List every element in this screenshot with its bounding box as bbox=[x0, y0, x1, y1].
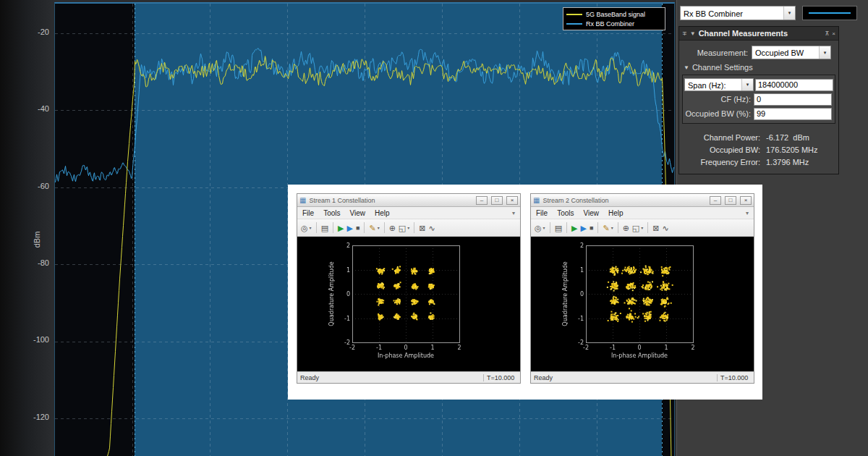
channel-settings-title: Channel Settings bbox=[692, 63, 753, 72]
caret-icon[interactable]: ▾ bbox=[543, 225, 545, 230]
play-icon[interactable]: ▶ bbox=[338, 223, 344, 233]
measurement-select[interactable]: Occupied BW ▾ bbox=[752, 46, 831, 59]
result-row: Occupied BW: 176.5205 MHz bbox=[679, 143, 838, 156]
legend-icon[interactable]: ⊠ bbox=[652, 223, 659, 233]
trace-color-swatch bbox=[802, 6, 857, 20]
legend-label-yellow: 5G BaseBand signal bbox=[586, 11, 645, 18]
dock-icon[interactable]: ▾ bbox=[746, 210, 749, 216]
pan-icon[interactable]: ◱ bbox=[632, 223, 639, 233]
style-icon[interactable]: ✎ bbox=[603, 223, 609, 233]
setting-row-cf: CF (Hz): 0 bbox=[684, 92, 833, 106]
window-title: Stream 2 Constellation bbox=[542, 197, 706, 204]
menu-file[interactable]: File bbox=[536, 209, 548, 217]
section-collapse-icon[interactable]: ▼ bbox=[684, 64, 689, 71]
legend-swatch-yellow bbox=[566, 14, 582, 15]
menu-tools[interactable]: Tools bbox=[323, 209, 340, 217]
dock-icon[interactable]: ▾ bbox=[512, 210, 515, 216]
stop-icon[interactable]: ■ bbox=[590, 223, 593, 233]
result-row: Frequency Error: 1.3796 MHz bbox=[679, 156, 838, 168]
caret-icon[interactable]: ▾ bbox=[407, 225, 409, 230]
maximize-button[interactable]: □ bbox=[725, 196, 736, 205]
y-tick-120: -120 bbox=[0, 413, 49, 421]
sim-time: T=10.000 bbox=[483, 374, 520, 381]
frequency-error-value: 1.3796 MHz bbox=[760, 158, 809, 166]
obw-percent-label: Occupied BW (%): bbox=[684, 109, 754, 118]
cf-field[interactable]: 0 bbox=[754, 93, 832, 106]
channel-settings-header[interactable]: ▼ Channel Settings bbox=[684, 63, 834, 72]
channel-power-label: Channel Power: bbox=[679, 133, 760, 142]
stream2-constellation-window: ▦ Stream 2 Constellation – □ × File Tool… bbox=[530, 193, 754, 384]
rollup-icon[interactable]: ⊼ bbox=[825, 30, 829, 37]
toolbar: ◎▾ ▤ ▶ ▶ ■ ✎▾ ⊕ ◱▾ ⊠ ∿ bbox=[297, 219, 520, 237]
menu-view[interactable]: View bbox=[583, 209, 599, 217]
toolbar-separator bbox=[618, 222, 618, 233]
signal-icon[interactable]: ∿ bbox=[429, 223, 435, 233]
obw-percent-field[interactable]: 99 bbox=[754, 108, 832, 120]
span-mode-value: Span (Hz): bbox=[685, 79, 741, 90]
cf-label: CF (Hz): bbox=[684, 95, 754, 104]
legend-row: 5G BaseBand signal bbox=[566, 9, 662, 19]
status-bar: Ready T=10.000 bbox=[531, 371, 754, 383]
menu-view[interactable]: View bbox=[349, 209, 365, 217]
sim-time: T=10.000 bbox=[717, 374, 754, 381]
span-mode-select[interactable]: Span (Hz): ▾ bbox=[684, 78, 754, 91]
pan-icon[interactable]: ◱ bbox=[399, 223, 406, 233]
span-field[interactable]: 184000000 bbox=[755, 79, 833, 91]
step-forward-icon[interactable]: ▶ bbox=[581, 223, 587, 233]
menu-file[interactable]: File bbox=[302, 209, 314, 217]
maximize-button[interactable]: □ bbox=[491, 196, 503, 205]
scope-icon: ▦ bbox=[533, 197, 540, 204]
minimize-button[interactable]: – bbox=[476, 196, 488, 205]
toolbar-separator bbox=[333, 222, 333, 233]
caret-icon[interactable]: ▾ bbox=[641, 225, 643, 230]
zoom-icon[interactable]: ⊕ bbox=[389, 223, 396, 233]
measurement-label: Measurement: bbox=[682, 48, 752, 57]
measurement-row: Measurement: Occupied BW ▾ bbox=[682, 46, 835, 59]
menu-tools[interactable]: Tools bbox=[557, 209, 574, 217]
legend-swatch-blue bbox=[566, 23, 582, 25]
snapshot-icon[interactable]: ◎ bbox=[535, 223, 542, 233]
pin-icon[interactable]: ∓ bbox=[682, 30, 687, 37]
menu-bar: File Tools View Help ▾ bbox=[531, 207, 754, 219]
y-tick-100: -100 bbox=[0, 335, 49, 344]
chevron-down-icon[interactable]: ▾ bbox=[819, 46, 830, 59]
close-icon[interactable]: × bbox=[832, 30, 835, 37]
style-icon[interactable]: ✎ bbox=[369, 223, 375, 233]
legend-icon[interactable]: ⊠ bbox=[419, 223, 425, 233]
caret-icon[interactable]: ▾ bbox=[611, 225, 613, 230]
stop-icon[interactable]: ■ bbox=[356, 223, 359, 233]
results-block: Channel Power: -6.172 dBm Occupied BW: 1… bbox=[679, 131, 838, 168]
spectrum-legend: 5G BaseBand signal Rx BB Combiner bbox=[563, 7, 665, 30]
close-button[interactable]: × bbox=[506, 196, 518, 205]
trace-select-value: Rx BB Combiner bbox=[681, 7, 783, 20]
panel-header[interactable]: ∓ ▼ Channel Measurements ⊼ × bbox=[679, 27, 838, 41]
result-row: Channel Power: -6.172 dBm bbox=[679, 131, 838, 143]
trace-select[interactable]: Rx BB Combiner ▾ bbox=[680, 6, 796, 20]
step-forward-icon[interactable]: ▶ bbox=[347, 223, 353, 233]
menu-help[interactable]: Help bbox=[375, 209, 390, 217]
menu-help[interactable]: Help bbox=[608, 209, 624, 217]
chevron-down-icon[interactable]: ▾ bbox=[741, 79, 753, 90]
status-bar: Ready T=10.000 bbox=[297, 371, 520, 383]
legend-label-blue: Rx BB Combiner bbox=[586, 20, 634, 28]
chevron-down-icon[interactable]: ▾ bbox=[783, 7, 795, 20]
minimize-button[interactable]: – bbox=[710, 196, 721, 205]
occupied-bw-value: 176.5205 MHz bbox=[760, 145, 818, 154]
channel-measurements-panel: ∓ ▼ Channel Measurements ⊼ × Measurement… bbox=[678, 26, 839, 174]
caret-icon[interactable]: ▾ bbox=[310, 225, 312, 230]
print-icon[interactable]: ▤ bbox=[321, 223, 328, 233]
toolbar-separator bbox=[566, 222, 567, 233]
collapse-icon[interactable]: ▼ bbox=[690, 30, 696, 37]
y-tick-20: -20 bbox=[0, 28, 49, 36]
print-icon[interactable]: ▤ bbox=[555, 223, 562, 233]
snapshot-icon[interactable]: ◎ bbox=[301, 223, 308, 233]
window-titlebar[interactable]: ▦ Stream 2 Constellation – □ × bbox=[531, 194, 754, 207]
stream1-constellation-plot bbox=[297, 237, 520, 371]
panel-title: Channel Measurements bbox=[699, 29, 822, 38]
window-titlebar[interactable]: ▦ Stream 1 Constellation – □ × bbox=[297, 194, 520, 207]
caret-icon[interactable]: ▾ bbox=[378, 225, 380, 230]
close-button[interactable]: × bbox=[740, 196, 752, 205]
play-icon[interactable]: ▶ bbox=[571, 223, 577, 233]
signal-icon[interactable]: ∿ bbox=[663, 223, 669, 233]
zoom-icon[interactable]: ⊕ bbox=[623, 223, 629, 233]
